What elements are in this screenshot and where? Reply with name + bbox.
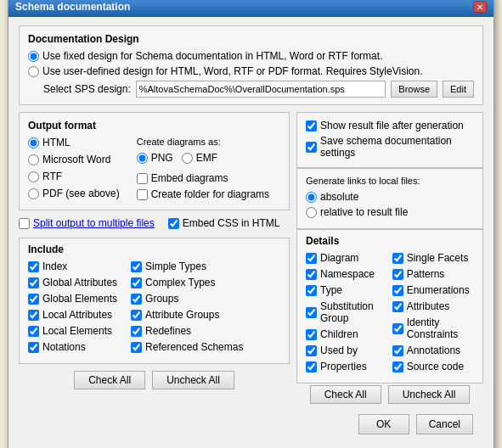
- browse-button[interactable]: Browse: [391, 81, 437, 98]
- diagrams-title: Create diagrams as:: [137, 137, 269, 147]
- cb-notations[interactable]: [28, 342, 39, 353]
- schema-documentation-dialog: Schema documentation ✕ Documentation Des…: [8, 0, 494, 448]
- index-label: Index: [42, 260, 67, 272]
- ok-cancel-row: OK Cancel: [19, 411, 483, 443]
- cb-local-elements[interactable]: [28, 326, 39, 337]
- radio-word[interactable]: [28, 154, 39, 165]
- split-output-checkbox[interactable]: [19, 218, 30, 229]
- uncheck-all-right-button[interactable]: Uncheck All: [388, 385, 471, 404]
- word-label: Microsoft Word: [42, 154, 110, 165]
- radio-user-defined-row: Use user-defined design for HTML, Word, …: [28, 65, 474, 77]
- diagram-label: Diagram: [320, 252, 358, 264]
- check-all-left-button[interactable]: Check All: [74, 371, 145, 389]
- include-col1: Index Global Attributes Global Elements …: [28, 260, 117, 355]
- main-layout: Output format HTML Microsoft Word RTF PD…: [19, 112, 483, 411]
- include-title: Include: [28, 244, 280, 255]
- children-label: Children: [320, 328, 358, 340]
- local-files-title: Generate links to local files:: [306, 176, 474, 186]
- cb-namespace[interactable]: [306, 269, 317, 280]
- embed-diagrams-label: Embed diagrams: [151, 172, 228, 184]
- cb-groups[interactable]: [131, 294, 142, 305]
- properties-label: Properties: [320, 361, 367, 372]
- cb-diagram[interactable]: [306, 253, 317, 264]
- ok-button[interactable]: OK: [358, 414, 409, 434]
- radio-png[interactable]: [137, 153, 148, 164]
- details-section: Details Diagram Namespace Type Substitut…: [296, 229, 483, 384]
- cb-used-by[interactable]: [306, 345, 317, 356]
- global-elements-label: Global Elements: [42, 293, 117, 305]
- radio-user-defined[interactable]: [28, 66, 39, 77]
- cb-children[interactable]: [306, 329, 317, 340]
- split-embed-row: Split output to multiple files Embed CSS…: [19, 217, 290, 231]
- details-cols: Diagram Namespace Type Substitution Grou…: [306, 252, 474, 374]
- local-elements-label: Local Elements: [42, 325, 112, 337]
- identity-constraints-label: Identity Constraints: [407, 316, 474, 340]
- namespace-label: Namespace: [320, 268, 375, 280]
- single-facets-label: Single Facets: [407, 252, 469, 264]
- cb-simple-types[interactable]: [131, 261, 142, 272]
- cb-single-facets[interactable]: [392, 253, 403, 264]
- sps-input[interactable]: [136, 81, 386, 98]
- sps-label: Select SPS design:: [43, 83, 131, 95]
- create-folder-checkbox[interactable]: [137, 189, 148, 200]
- absolute-label: absolute: [320, 191, 358, 203]
- show-save-section: Show result file after generation Save s…: [296, 112, 483, 168]
- cb-local-attributes[interactable]: [28, 310, 39, 321]
- include-section: Include Index Global Attributes Global E…: [19, 238, 290, 364]
- include-cols: Index Global Attributes Global Elements …: [28, 260, 280, 355]
- show-result-checkbox[interactable]: [306, 120, 317, 132]
- png-label: PNG: [151, 152, 173, 164]
- cb-attributes[interactable]: [392, 301, 403, 312]
- output-formats-list: HTML Microsoft Word RTF PDF (see above): [28, 137, 120, 203]
- embed-diagrams-checkbox[interactable]: [137, 173, 148, 184]
- redefines-label: Redefines: [145, 325, 191, 337]
- bottom-buttons-left: Check All Uncheck All: [19, 371, 290, 389]
- emf-label: EMF: [196, 152, 217, 164]
- radio-emf[interactable]: [182, 153, 193, 164]
- notations-label: Notations: [42, 341, 86, 353]
- left-panel: Output format HTML Microsoft Word RTF PD…: [19, 112, 290, 411]
- cb-source-code[interactable]: [392, 361, 403, 372]
- global-attributes-label: Global Attributes: [42, 277, 117, 288]
- close-button[interactable]: ✕: [473, 1, 487, 13]
- output-format-title: Output format: [28, 120, 280, 132]
- rtf-label: RTF: [42, 171, 62, 182]
- cb-properties[interactable]: [306, 361, 317, 372]
- used-by-label: Used by: [320, 344, 358, 356]
- cb-type[interactable]: [306, 285, 317, 296]
- cb-referenced-schemas[interactable]: [131, 342, 142, 353]
- uncheck-all-left-button[interactable]: Uncheck All: [152, 371, 234, 389]
- cb-enumerations[interactable]: [392, 285, 403, 296]
- cb-substitution-group[interactable]: [306, 307, 317, 318]
- split-output-label: Split output to multiple files: [33, 217, 155, 229]
- local-attributes-label: Local Attributes: [42, 309, 112, 321]
- save-settings-checkbox[interactable]: [306, 142, 317, 153]
- relative-label: relative to result file: [320, 206, 408, 218]
- cb-annotations[interactable]: [392, 345, 403, 356]
- radio-rtf[interactable]: [28, 171, 39, 182]
- embed-css-checkbox[interactable]: [168, 218, 179, 229]
- create-folder-label: Create folder for diagrams: [151, 188, 269, 200]
- radio-fixed-design[interactable]: [28, 51, 39, 62]
- pdf-label: PDF (see above): [42, 188, 120, 199]
- cb-global-elements[interactable]: [28, 294, 39, 305]
- cb-identity-constraints[interactable]: [392, 323, 403, 334]
- cb-redefines[interactable]: [131, 326, 142, 337]
- radio-absolute[interactable]: [306, 192, 317, 203]
- simple-types-label: Simple Types: [145, 260, 206, 272]
- cancel-button[interactable]: Cancel: [416, 414, 473, 434]
- edit-button[interactable]: Edit: [443, 81, 474, 98]
- details-col1: Diagram Namespace Type Substitution Grou…: [306, 252, 386, 374]
- radio-html[interactable]: [28, 137, 39, 148]
- check-all-right-button[interactable]: Check All: [310, 385, 381, 404]
- cb-global-attributes[interactable]: [28, 277, 39, 288]
- sps-row: Select SPS design: Browse Edit: [43, 81, 474, 98]
- radio-pdf[interactable]: [28, 188, 39, 199]
- radio-relative[interactable]: [306, 207, 317, 218]
- cb-index[interactable]: [28, 261, 39, 272]
- referenced-schemas-label: Referenced Schemas: [145, 341, 243, 353]
- cb-patterns[interactable]: [392, 269, 403, 280]
- groups-label: Groups: [145, 293, 178, 305]
- cb-attribute-groups[interactable]: [131, 310, 142, 321]
- cb-complex-types[interactable]: [131, 277, 142, 288]
